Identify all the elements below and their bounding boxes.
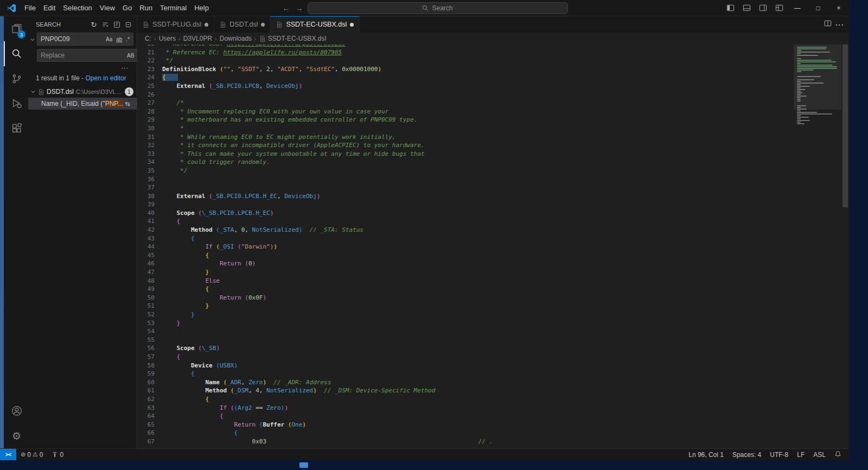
close-button[interactable]: × <box>828 0 849 16</box>
line-number: 22 <box>137 56 162 65</box>
tab-DSDT.dsl[interactable]: DSDT.dsl <box>214 16 271 33</box>
back-icon[interactable]: ← <box>282 4 291 12</box>
search-input[interactable] <box>41 35 104 43</box>
maximize-button[interactable]: □ <box>808 0 828 16</box>
editor-more-actions-icon[interactable]: ⋯ <box>835 20 844 30</box>
dismiss-match-icon[interactable]: × <box>133 100 137 107</box>
open-new-search-editor-icon[interactable] <box>111 19 122 30</box>
code-line: 63 If ((Arg2 == Zero)) <box>137 404 794 412</box>
run-debug-icon[interactable] <box>4 91 28 116</box>
code-line: 64 { <box>137 412 794 421</box>
breadcrumb-item[interactable]: Downloads <box>220 35 252 42</box>
status-item[interactable]: ASL <box>809 451 830 459</box>
breadcrumb-item[interactable]: D3VL0PR <box>183 35 212 42</box>
source-control-icon[interactable] <box>4 66 28 91</box>
split-editor-icon[interactable] <box>824 20 832 29</box>
file-icon <box>276 21 283 28</box>
replace-input[interactable] <box>41 52 125 59</box>
forward-icon[interactable]: → <box>295 4 304 12</box>
status-bar: >< ⊘ 0 ⚠ 0 0 Ln 96, Col 1Spaces: 4UTF-8L… <box>0 448 849 460</box>
search-placeholder: Search <box>432 4 452 12</box>
title-center: ← → Search <box>282 2 568 14</box>
line-number: 31 <box>137 133 162 142</box>
menu-file[interactable]: File <box>21 4 40 12</box>
main-row: 3 ⚙ SEARCH ↻ <box>0 16 849 448</box>
line-number: 52 <box>137 310 162 319</box>
line-number: 43 <box>137 234 162 243</box>
status-item[interactable]: Spaces: 4 <box>728 451 765 459</box>
open-in-editor-link[interactable]: Open in editor <box>85 74 126 82</box>
menu-selection[interactable]: Selection <box>59 4 95 12</box>
file-icon <box>220 21 226 28</box>
command-center-search[interactable]: Search <box>308 2 568 14</box>
code-line: 47 } <box>137 268 794 277</box>
scrollbar-thumb[interactable] <box>843 45 848 207</box>
problems-indicator[interactable]: ⊘ 0 ⚠ 0 <box>16 451 47 459</box>
code-line: 25 External (_SB.PCI0.LPCB, DeviceObj) <box>137 82 794 91</box>
minimap-slider[interactable] <box>794 45 841 110</box>
preserve-case-icon[interactable]: AB <box>125 52 136 59</box>
line-number: 63 <box>137 404 162 412</box>
refresh-icon[interactable]: ↻ <box>88 19 99 30</box>
search-view-icon[interactable] <box>4 41 28 66</box>
whole-word-icon[interactable]: ab <box>114 36 124 43</box>
menu-view[interactable]: View <box>96 4 119 12</box>
code-line: 53 } <box>137 319 794 328</box>
activity-bar-spacer <box>4 141 28 398</box>
status-item[interactable]: LF <box>793 451 809 459</box>
collapse-all-icon[interactable] <box>123 19 133 30</box>
code-line: 39 <box>137 200 794 209</box>
breadcrumb-item[interactable]: C: <box>145 35 151 42</box>
modified-dot-icon[interactable] <box>350 23 354 27</box>
explorer-icon[interactable]: 3 <box>4 16 28 41</box>
toggle-secondary-sidebar-icon[interactable] <box>755 0 771 16</box>
menu-run[interactable]: Run <box>136 4 156 12</box>
match-case-icon[interactable]: Aa <box>104 36 114 43</box>
code-line: 59 { <box>137 370 794 378</box>
line-number: 35 <box>137 167 162 175</box>
menu-help[interactable]: Help <box>190 4 213 12</box>
tab-SSDT-EC-USBX.dsl[interactable]: SSDT-EC-USBX.dsl <box>271 16 360 33</box>
ports-indicator[interactable]: 0 <box>47 451 68 459</box>
vertical-scrollbar[interactable] <box>841 45 849 448</box>
breadcrumb: C:›Users›D3VL0PR›Downloads›SSDT-EC-USBX.… <box>137 33 849 45</box>
status-item[interactable]: Ln 96, Col 1 <box>684 451 728 459</box>
file-icon <box>143 21 149 28</box>
replace-match-icon[interactable]: ⇆ <box>123 100 132 107</box>
menu-terminal[interactable]: Terminal <box>156 4 190 12</box>
accounts-icon[interactable] <box>4 398 28 423</box>
minimize-button[interactable]: — <box>787 0 808 16</box>
menu-edit[interactable]: Edit <box>40 4 59 12</box>
result-count-badge: 1 <box>125 87 133 96</box>
breadcrumb-item[interactable]: SSDT-EC-USBX.dsl <box>259 35 326 42</box>
status-item[interactable]: UTF-8 <box>765 451 793 459</box>
code-editor[interactable]: 20 * Reference USB: https://applelife.ru… <box>137 45 794 448</box>
notifications-bell-icon[interactable] <box>830 450 846 459</box>
editor-group: SSDT-PLUG.dslDSDT.dslSSDT-EC-USBX.dsl ⋯ … <box>137 16 849 448</box>
menu-go[interactable]: Go <box>119 4 136 12</box>
modified-dot-icon[interactable] <box>205 23 208 27</box>
explorer-badge: 3 <box>17 30 25 39</box>
toggle-primary-sidebar-icon[interactable] <box>722 0 738 16</box>
error-icon: ⊘ <box>21 451 25 458</box>
regex-icon[interactable]: .* <box>124 36 131 43</box>
line-number: 59 <box>137 370 162 378</box>
minimap[interactable] <box>794 45 841 448</box>
customize-layout-icon[interactable] <box>771 0 787 16</box>
extensions-icon[interactable] <box>4 116 28 141</box>
title-bar: FileEditSelectionViewGoRunTerminalHelp ←… <box>0 0 849 16</box>
remote-indicator[interactable]: >< <box>0 449 16 460</box>
tab-SSDT-PLUG.dsl[interactable]: SSDT-PLUG.dsl <box>137 16 214 33</box>
result-file-row[interactable]: DSDT.dsl C:\Users\D3VL0PR\D... 1 <box>28 86 137 98</box>
search-icon <box>422 5 429 11</box>
toggle-replace-icon[interactable] <box>28 33 37 70</box>
breadcrumb-item[interactable]: Users <box>159 35 176 42</box>
modified-dot-icon[interactable] <box>261 23 265 27</box>
search-match-row[interactable]: Name (_HID, Eisaid ("PNP... ⇆ × <box>28 98 137 110</box>
settings-gear-icon[interactable]: ⚙ <box>4 423 28 448</box>
file-icon <box>38 88 44 96</box>
line-number: 36 <box>137 175 162 184</box>
toggle-panel-icon[interactable] <box>738 0 755 16</box>
clear-search-results-icon[interactable] <box>100 19 111 30</box>
toggle-search-details-icon[interactable]: ··· <box>121 66 128 70</box>
